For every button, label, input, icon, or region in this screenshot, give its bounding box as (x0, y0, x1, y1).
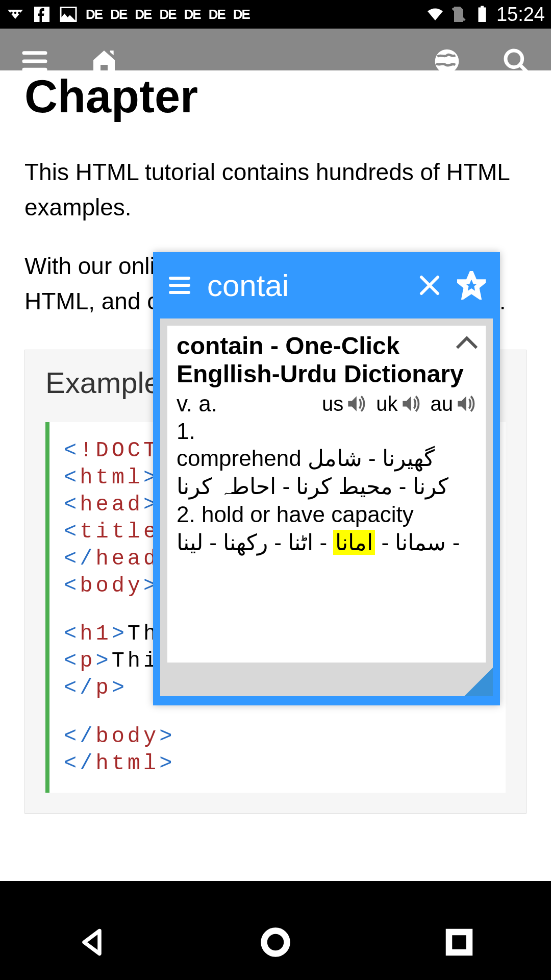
page-heading: Chapter (24, 70, 527, 123)
resize-handle-icon[interactable] (464, 668, 493, 696)
wifi-icon (426, 5, 444, 23)
popup-header: contai (153, 252, 500, 318)
popup-search-value[interactable]: contai (207, 268, 402, 303)
pron-us-button[interactable]: us (322, 393, 367, 415)
svg-point-8 (435, 50, 459, 74)
intro-paragraph-1: This HTML tutorial contains hundreds of … (24, 155, 527, 225)
def-2-text: 2. hold or have capacity (177, 500, 477, 528)
svg-point-1 (14, 12, 17, 14)
recents-icon[interactable] (444, 927, 474, 958)
status-bar: DE DE DE DE DE DE DE 15:24 (0, 0, 551, 29)
popup-inner[interactable]: contain - One-Click Engllish-Urdu Dictio… (167, 326, 486, 663)
back-icon[interactable] (77, 927, 107, 958)
pron-au-button[interactable]: au (431, 393, 477, 415)
def-1-number: 1. (177, 419, 477, 444)
home-nav-icon[interactable] (260, 927, 291, 958)
svg-rect-12 (449, 932, 469, 952)
app-notification-icon: DE (135, 7, 151, 22)
star-icon[interactable] (457, 271, 486, 300)
close-icon[interactable] (417, 273, 442, 298)
system-nav-bar (0, 904, 551, 980)
app-notification-icon: DE (209, 7, 225, 22)
svg-rect-7 (481, 6, 484, 9)
svg-point-0 (10, 12, 13, 14)
pron-uk-button[interactable]: uk (376, 393, 421, 415)
svg-point-2 (18, 12, 20, 14)
status-right: 15:24 (426, 4, 545, 26)
svg-rect-6 (478, 8, 486, 22)
popup-menu-icon[interactable] (167, 273, 192, 298)
chevron-up-icon[interactable] (455, 336, 479, 350)
battery-icon (473, 5, 491, 23)
def-1-text: comprehend گھیرنا - شامل کرنا - محیط کرن… (177, 444, 477, 500)
svg-point-11 (264, 931, 287, 954)
dictionary-title: contain - One-Click Engllish-Urdu Dictio… (177, 332, 477, 388)
no-sim-icon (449, 5, 468, 23)
app-notification-icon: DE (184, 7, 201, 22)
app-notification-icon: DE (86, 7, 102, 22)
app-notification-icon: DE (233, 7, 249, 22)
def-2-urdu: سمانا - امانا - اٹنا - رکھنا - لینا - (177, 528, 477, 556)
app-notification-icon: DE (110, 7, 127, 22)
app-notification-icon: DE (159, 7, 176, 22)
dictionary-popup[interactable]: contai contain - One-Click Engllish-Urdu… (153, 252, 500, 705)
picture-icon (59, 5, 78, 23)
part-of-speech: v. a. (177, 391, 217, 416)
notification-more-icon (6, 5, 24, 23)
status-left: DE DE DE DE DE DE DE (6, 5, 249, 23)
facebook-icon (33, 5, 51, 23)
popup-body: contain - One-Click Engllish-Urdu Dictio… (160, 318, 493, 696)
status-time: 15:24 (496, 4, 545, 26)
